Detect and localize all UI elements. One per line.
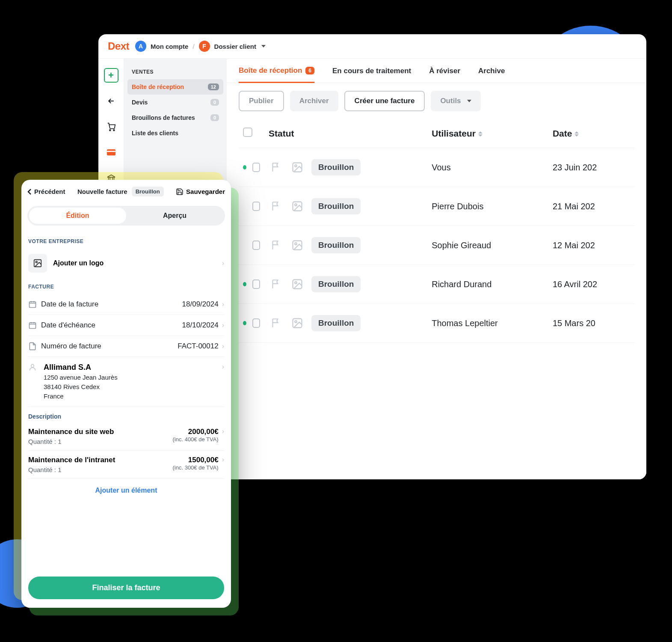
create-invoice-button[interactable]: Créer une facture <box>344 91 425 111</box>
line-item[interactable]: Maintenance de l'intranet Quantité : 1 1… <box>28 451 224 479</box>
account-avatar[interactable]: A <box>135 41 146 52</box>
sidebar-item-clients[interactable]: Liste des clients <box>124 125 227 141</box>
row-checkbox[interactable] <box>252 163 260 172</box>
finalize-button[interactable]: Finaliser la facture <box>28 577 224 599</box>
flag-icon[interactable] <box>269 238 283 253</box>
section-company-label: VOTRE ENTREPRISE <box>28 238 224 244</box>
add-logo-row[interactable]: Ajouter un logo › <box>28 249 224 278</box>
svg-point-5 <box>295 165 297 167</box>
field-value: 18/10/2024 <box>182 321 219 330</box>
item-name: Maintenance du site web <box>28 428 172 436</box>
mobile-tabs: Édition Aperçu <box>27 206 225 226</box>
card-icon[interactable] <box>104 145 118 160</box>
user-cell: Thomas Lepeltier <box>427 304 548 343</box>
image-icon[interactable] <box>290 238 305 253</box>
flag-icon[interactable] <box>269 199 283 214</box>
tab-label: Boîte de réception <box>239 66 302 75</box>
chevron-right-icon: › <box>222 300 224 308</box>
select-all-checkbox[interactable] <box>243 128 252 137</box>
field-label: Numéro de facture <box>41 342 178 351</box>
table-row[interactable]: Brouillon Thomas Lepeltier 15 Mars 20 <box>239 304 634 343</box>
archive-button[interactable]: Archiver <box>290 91 338 111</box>
row-checkbox[interactable] <box>252 318 260 328</box>
invoice-number-row[interactable]: Numéro de facture FACT-00012 › <box>28 336 224 357</box>
tabs: Boîte de réception 6 En cours de traitem… <box>227 59 646 83</box>
sidebar-item-devis[interactable]: Devis 0 <box>124 95 227 110</box>
date-cell: 21 Mai 202 <box>548 187 634 226</box>
app-header: Dext A Mon compte / F Dossier client <box>98 34 646 59</box>
status-dot <box>243 165 246 169</box>
row-checkbox[interactable] <box>252 241 260 250</box>
save-button[interactable]: Sauvegarder <box>176 188 225 196</box>
tab-processing[interactable]: En cours de traitement <box>332 66 411 83</box>
item-vat: (inc. 300€ de TVA) <box>172 464 218 471</box>
toolbar: Publier Archiver Créer une facture Outil… <box>227 83 646 119</box>
header-date[interactable]: Date <box>548 119 634 148</box>
svg-rect-17 <box>30 323 36 328</box>
sidebar-item-drafts[interactable]: Brouillons de factures 0 <box>124 110 227 125</box>
flag-icon[interactable] <box>269 277 283 291</box>
user-cell: Sophie Gireaud <box>427 226 548 265</box>
back-arrow-icon[interactable] <box>104 94 118 108</box>
header-checkbox-cell <box>239 119 264 148</box>
svg-point-0 <box>109 130 110 131</box>
tab-edition[interactable]: Édition <box>29 208 126 224</box>
th-label: Statut <box>269 128 294 138</box>
user-icon <box>28 363 39 401</box>
table-row[interactable]: Brouillon Vous 23 Juin 202 <box>239 148 634 187</box>
line-item[interactable]: Maintenance du site web Quantité : 1 200… <box>28 422 224 451</box>
dossier-label: Dossier client <box>214 43 256 50</box>
date-cell: 12 Mai 202 <box>548 226 634 265</box>
image-icon[interactable] <box>290 277 305 291</box>
image-icon[interactable] <box>290 199 305 214</box>
chevron-right-icon: › <box>222 428 224 445</box>
header-user[interactable]: Utilisateur <box>427 119 548 148</box>
item-vat: (inc. 400€ de TVA) <box>172 436 218 443</box>
status-badge: Brouillon <box>311 159 361 175</box>
field-label: Date de la facture <box>41 300 182 309</box>
header-status[interactable]: Statut <box>264 119 427 148</box>
sidebar-heading: VENTES <box>124 66 227 79</box>
tab-inbox[interactable]: Boîte de réception 6 <box>239 66 314 83</box>
tab-review[interactable]: À réviser <box>429 66 460 83</box>
table-row[interactable]: Brouillon Sophie Gireaud 12 Mai 202 <box>239 226 634 265</box>
publish-button[interactable]: Publier <box>239 91 284 111</box>
svg-point-9 <box>295 243 297 245</box>
row-checkbox[interactable] <box>252 279 260 289</box>
mobile-title-wrap: Nouvelle facture Brouillon <box>77 187 164 196</box>
cart-icon[interactable] <box>104 119 118 134</box>
svg-point-1 <box>113 130 115 131</box>
add-item-link[interactable]: Ajouter un élément <box>28 479 224 502</box>
image-icon <box>28 254 47 273</box>
breadcrumb-sep: / <box>192 43 194 50</box>
image-icon[interactable] <box>290 160 305 175</box>
dossier-dropdown[interactable]: Dossier client <box>214 43 266 50</box>
description-label: Description <box>28 413 224 420</box>
chevron-right-icon: › <box>222 321 224 329</box>
sidebar-item-label: Devis <box>132 99 148 106</box>
chevron-right-icon: › <box>222 363 224 401</box>
svg-rect-16 <box>30 302 36 307</box>
company-info: Allimand S.A 1250 avenue Jean Jaurès 381… <box>44 363 214 401</box>
back-button[interactable]: Précédent <box>27 188 65 195</box>
tab-count: 6 <box>305 67 314 74</box>
add-button[interactable]: + <box>104 68 118 83</box>
sidebar-item-inbox[interactable]: Boîte de réception 12 <box>127 79 223 95</box>
image-icon[interactable] <box>290 316 305 330</box>
sidebar-badge: 12 <box>208 83 219 90</box>
table-row[interactable]: Brouillon Pierre Dubois 21 Mai 202 <box>239 187 634 226</box>
flag-icon[interactable] <box>269 160 283 175</box>
tab-archive[interactable]: Archive <box>478 66 505 83</box>
tab-preview[interactable]: Aperçu <box>126 208 223 224</box>
table-row[interactable]: Brouillon Richard Durand 16 Avril 202 <box>239 265 634 304</box>
company-row[interactable]: Allimand S.A 1250 avenue Jean Jaurès 381… <box>28 357 224 407</box>
tools-button[interactable]: Outils <box>431 91 480 111</box>
account-label[interactable]: Mon compte <box>151 43 188 50</box>
status-badge: Brouillon <box>311 276 361 292</box>
save-label: Sauvegarder <box>186 188 225 195</box>
flag-icon[interactable] <box>269 316 283 330</box>
main-area: Boîte de réception 6 En cours de traitem… <box>227 59 646 479</box>
row-checkbox[interactable] <box>252 202 260 211</box>
due-date-row[interactable]: Date d'échéance 18/10/2024 › <box>28 315 224 336</box>
invoice-date-row[interactable]: Date de la facture 18/09/2024 › <box>28 294 224 315</box>
